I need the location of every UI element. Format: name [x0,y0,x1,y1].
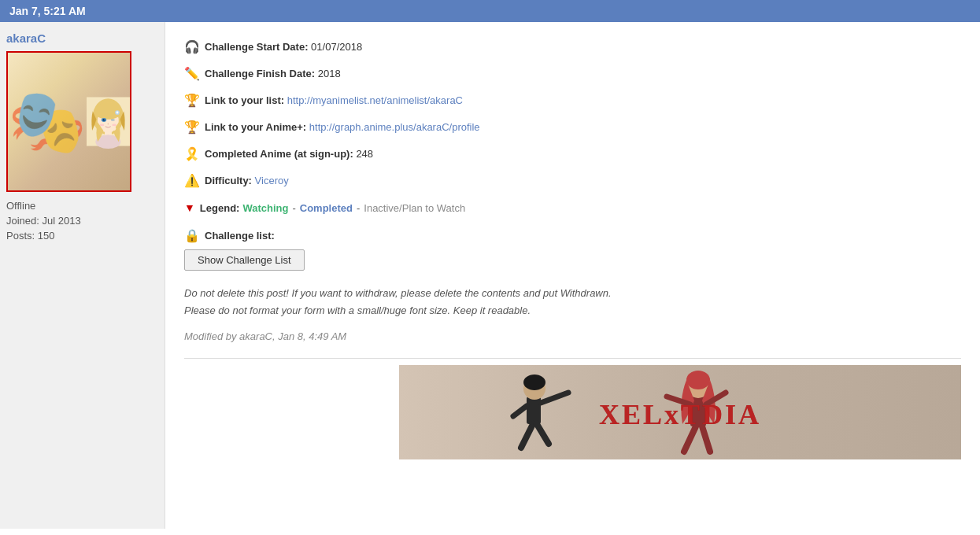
datetime: Jan 7, 5:21 AM [9,5,86,17]
trophy-icon: 🏆 [184,91,200,110]
watching-text: Watching [242,202,288,214]
triangle-icon: ▼ [184,201,195,214]
completed-anime-label: Completed Anime (at sign-up): [205,146,353,162]
difficulty-value[interactable]: Viceroy [255,173,289,189]
animep-link-line: 🏆 Link to your Anime+: http://graph.anim… [184,118,961,137]
difficulty-label: Difficulty: [205,173,252,189]
svg-point-14 [110,126,116,131]
notice-line2: Please do not format your form with a sm… [184,302,961,319]
challenge-finish-label: Challenge Finish Date: [205,66,315,82]
list-link-label: Link to your list: [205,93,284,109]
headphone-icon: 🎧 [184,38,200,57]
ribbon-icon: 🎗️ [184,145,200,164]
notice-line1: Do not delete this post! If you want to … [184,285,961,302]
animep-link[interactable]: http://graph.anime.plus/akaraC/profile [309,120,480,135]
separator1: - [292,202,295,214]
inactive-text: Inactive/Plan to Watch [364,202,465,214]
animep-link-label: Link to your Anime+: [205,120,306,135]
show-challenge-button[interactable]: Show Challenge List [184,249,305,271]
completed-text: Completed [300,202,353,214]
challenge-start-label: Challenge Start Date: [205,39,308,55]
banner-area: XELxTDIA XELxTDIA [399,365,961,459]
svg-point-19 [523,374,545,390]
completed-anime-value: 248 [356,146,373,162]
second-post: XELxTDIA XELxTDIA [184,359,961,459]
banner-image: XELxTDIA XELxTDIA [399,365,961,459]
notice-text: Do not delete this post! If you want to … [184,285,961,319]
avatar-image [87,53,130,190]
challenge-list-header: 🔒 Challenge list: [184,228,961,243]
challenge-start-value: 01/07/2018 [311,39,362,55]
challenge-list-section: 🔒 Challenge list: Show Challenge List [184,228,961,271]
list-link-line: 🏆 Link to your list: http://myanimelist.… [184,91,961,110]
avatar [8,53,130,190]
completed-anime-line: 🎗️ Completed Anime (at sign-up): 248 [184,145,961,164]
challenge-finish-value: 2018 [318,66,341,82]
user-status: Offline [6,200,158,212]
modified-text: Modified by akaraC, Jan 8, 4:49 AM [184,330,961,342]
post-count: Posts: 150 [6,230,158,242]
warning-icon: ⚠️ [184,172,200,190]
svg-point-11 [112,124,116,127]
svg-point-9 [104,119,105,120]
svg-point-5 [116,112,119,114]
trophy2-icon: 🏆 [184,118,200,137]
avatar-wrapper [6,51,131,192]
challenge-finish-line: ✏️ Challenge Finish Date: 2018 [184,65,961,83]
main-content: 🎧 Challenge Start Date: 01/07/2018 ✏️ Ch… [165,22,980,529]
post-section: 🎧 Challenge Start Date: 01/07/2018 ✏️ Ch… [184,38,961,359]
lock-icon: 🔒 [184,228,200,243]
username: akaraC [6,31,158,45]
svg-point-26 [686,371,710,389]
layout: akaraC [0,22,980,529]
svg-text:XELxTDIA: XELxTDIA [599,399,761,430]
challenge-list-label: Challenge list: [205,230,275,242]
pencil-icon: ✏️ [184,65,200,83]
separator2: - [357,202,360,214]
list-link[interactable]: http://myanimelist.net/animelist/akaraC [287,93,463,109]
legend-label: Legend: [200,202,240,214]
join-date: Joined: Jul 2013 [6,215,158,227]
sidebar: akaraC [0,22,165,529]
legend-line: ▼ Legend: Watching - Completed - Inactiv… [184,201,961,214]
challenge-start-line: 🎧 Challenge Start Date: 01/07/2018 [184,38,961,57]
top-bar: Jan 7, 5:21 AM [0,0,980,22]
svg-point-10 [100,124,105,127]
difficulty-line: ⚠️ Difficulty: Viceroy [184,172,961,190]
svg-rect-17 [527,397,541,424]
